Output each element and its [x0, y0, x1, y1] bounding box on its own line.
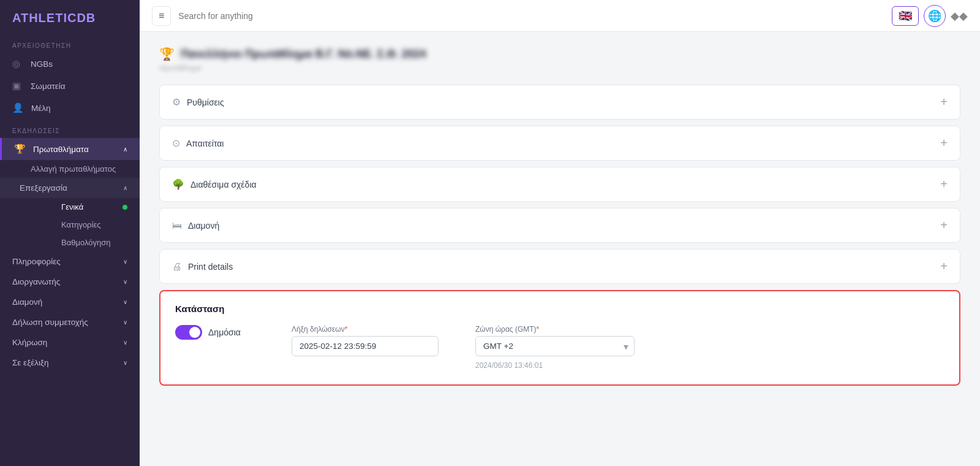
topbar-actions: 🇬🇧 🌐 ◆◆	[892, 5, 968, 27]
accordion-rythmiseis-title: ⚙ Ρυθμίσεις	[172, 96, 224, 108]
timezone-select-wrapper: GMT +2 GMT +1 GMT 0 GMT -1 GMT -2 ▾	[475, 336, 635, 356]
sidebar-item-ngbs-label: NGBs	[31, 59, 53, 69]
sidebar-item-klirwsi[interactable]: Κλήρωση ∨	[0, 332, 140, 353]
trophy-icon: 🏆	[14, 143, 26, 155]
accordion-apaiteitai-toggle[interactable]: +	[940, 136, 948, 150]
logo-brand: ATHLETICDB	[12, 11, 96, 25]
toggle-group: Δημόσια	[175, 325, 255, 340]
accordion-diamon-header[interactable]: 🛏 Διαμονή +	[160, 208, 960, 242]
deadline-input[interactable]	[292, 336, 439, 356]
accordion-rythmiseis-toggle[interactable]: +	[940, 95, 948, 109]
genika-label: Γενικά	[61, 202, 83, 212]
accordion-diathesima-toggle[interactable]: +	[940, 177, 948, 191]
se-exelixsi-chevron: ∨	[123, 359, 127, 366]
sidebar-item-prwtathlimata[interactable]: 🏆 Πρωταθλήματα ∧	[0, 138, 140, 160]
flag-icon: 🇬🇧	[899, 9, 912, 23]
language-button[interactable]: 🇬🇧	[892, 6, 919, 26]
public-toggle[interactable]	[175, 325, 202, 340]
se-exelixsi-label: Σε εξέλιξη	[12, 358, 49, 367]
apaiteitai-icon: ⊙	[172, 137, 180, 149]
logo: ATHLETICDB	[0, 0, 140, 34]
print-icon: 🖨	[172, 261, 182, 272]
sidebar: ATHLETICDB ΑΡΧΕΙΟΘΕΤΗΣΗ ◎ NGBs ▣ Σωματεί…	[0, 0, 140, 466]
somateia-icon: ▣	[12, 80, 23, 91]
accordion-print-header[interactable]: 🖨 Print details +	[160, 250, 960, 283]
topbar: ≡ 🇬🇧 🌐 ◆◆	[140, 0, 980, 32]
accordion-apaiteitai-title: ⊙ Απαιτείται	[172, 137, 224, 149]
diamon-chevron: ∨	[123, 299, 127, 305]
dilwsi-chevron: ∨	[123, 319, 127, 326]
prwtathlimata-chevron: ∧	[123, 146, 127, 153]
section-events-label: ΕΚΔΗΛΩΣΕΙΣ	[0, 119, 140, 138]
accordion-rythmiseis-label: Ρυθμίσεις	[187, 97, 224, 107]
sidebar-sub-vathmologia[interactable]: Βαθμολόγηση	[31, 234, 140, 251]
sidebar-item-epexergasia[interactable]: Επεξεργασία ∧	[0, 178, 140, 198]
epexergasia-children: Γενικά Κατηγορίες Βαθμολόγηση	[0, 198, 140, 251]
diorgan-chevron: ∨	[123, 278, 127, 285]
accordion-apaiteitai-label: Απαιτείται	[186, 139, 224, 148]
sidebar-item-dilwsi[interactable]: Δήλωση συμμετοχής ∨	[0, 312, 140, 332]
page-title-row: 🏆 Πανελλήνιο Πρωτάθλημα Β.Γ. Νό.ΝΕ. Σ.Θ.…	[159, 47, 960, 61]
accordion-apaiteitai-header[interactable]: ⊙ Απαιτείται +	[160, 126, 960, 160]
accordion-rythmiseis-header[interactable]: ⚙ Ρυθμίσεις +	[160, 85, 960, 119]
sidebar-sub-allagi[interactable]: Αλλαγή πρωταθλήματος	[0, 160, 140, 178]
katigories-label: Κατηγορίες	[61, 220, 100, 229]
sidebar-item-ngbs[interactable]: ◎ NGBs	[0, 53, 140, 75]
epexergasia-chevron: ∧	[123, 185, 127, 191]
accordion-print-label: Print details	[188, 262, 233, 272]
genika-dot	[123, 205, 127, 210]
page-trophy-icon: 🏆	[159, 47, 175, 61]
sidebar-item-se-exelixsi[interactable]: Σε εξέλιξη ∨	[0, 353, 140, 373]
sidebar-item-somateia[interactable]: ▣ Σωματεία	[0, 75, 140, 97]
toggle-label: Δημόσια	[208, 327, 241, 337]
plirofoties-label: Πληροφορίες	[12, 257, 61, 266]
timezone-required: *	[537, 325, 540, 334]
accordion-diathesima-label: Διαθέσιμα σχέδια	[190, 180, 257, 189]
deadline-required: *	[345, 325, 348, 334]
accordion-print-title: 🖨 Print details	[172, 261, 233, 272]
diamon-acc-icon: 🛏	[172, 220, 182, 231]
allagi-label: Αλλαγή πρωταθλήματος	[31, 164, 116, 174]
meli-icon: 👤	[12, 102, 24, 113]
globe-button[interactable]: 🌐	[924, 5, 946, 27]
timezone-field-group: Ζώνη ώρας (GMT)* GMT +2 GMT +1 GMT 0 GMT…	[475, 325, 635, 370]
sidebar-item-meli[interactable]: 👤 Μέλη	[0, 97, 140, 119]
accordion-diathesima-title: 🌳 Διαθέσιμα σχέδια	[172, 178, 257, 190]
accordion-apaiteitai: ⊙ Απαιτείται +	[159, 126, 960, 161]
sidebar-sub-genika[interactable]: Γενικά	[31, 198, 140, 216]
sidebar-item-diorgan[interactable]: Διοργανωτής ∨	[0, 272, 140, 292]
sidebar-item-meli-label: Μέλη	[31, 104, 51, 113]
logo-athletic: ATHLETIC	[12, 11, 77, 25]
menu-button[interactable]: ≡	[152, 6, 171, 26]
accordion-diamon-toggle[interactable]: +	[940, 218, 948, 232]
sidebar-item-somateia-label: Σωματεία	[31, 82, 66, 91]
accordion-diamon-title: 🛏 Διαμονή	[172, 220, 219, 231]
diathesima-icon: 🌳	[172, 178, 184, 190]
search-input[interactable]	[178, 11, 884, 21]
dilwsi-label: Δήλωση συμμετοχής	[12, 318, 88, 327]
main-content: ≡ 🇬🇧 🌐 ◆◆ 🏆 Πανελλήνιο Πρωτάθλημα Β.Γ. Ν…	[140, 0, 980, 466]
status-row: Δημόσια Λήξη δηλώσεων* Ζώνη ώρας (GMT)*	[175, 325, 944, 370]
ngbs-icon: ◎	[12, 58, 23, 69]
accordion-diathesima-header[interactable]: 🌳 Διαθέσιμα σχέδια +	[160, 167, 960, 201]
logo-db: DB	[77, 11, 96, 25]
timezone-select[interactable]: GMT +2 GMT +1 GMT 0 GMT -1 GMT -2	[475, 336, 635, 356]
timezone-hint: 2024/06/30 13:46:01	[475, 361, 635, 370]
accordion-print: 🖨 Print details +	[159, 249, 960, 284]
globe-icon: 🌐	[928, 9, 941, 23]
accordion-rythmiseis: ⚙ Ρυθμίσεις +	[159, 85, 960, 120]
epexergasia-label: Επεξεργασία	[20, 183, 67, 193]
accordion-diamon-label: Διαμονή	[188, 221, 219, 231]
timezone-label: Ζώνη ώρας (GMT)*	[475, 325, 635, 334]
sidebar-sub-katigories[interactable]: Κατηγορίες	[31, 216, 140, 234]
page-title: Πανελλήνιο Πρωτάθλημα Β.Γ. Νό.ΝΕ. Σ.Θ. 2…	[181, 48, 426, 61]
section-archived-label: ΑΡΧΕΙΟΘΕΤΗΣΗ	[0, 34, 140, 53]
toggle-knob	[189, 327, 200, 338]
plirofoties-chevron: ∨	[123, 258, 127, 265]
sidebar-item-diamon[interactable]: Διαμονή ∨	[0, 292, 140, 312]
diorgan-label: Διοργανωτής	[12, 277, 60, 286]
diamond-button[interactable]: ◆◆	[951, 9, 968, 23]
page-content: 🏆 Πανελλήνιο Πρωτάθλημα Β.Γ. Νό.ΝΕ. Σ.Θ.…	[140, 32, 980, 466]
accordion-print-toggle[interactable]: +	[940, 259, 948, 273]
sidebar-item-plirofoties[interactable]: Πληροφορίες ∨	[0, 251, 140, 272]
